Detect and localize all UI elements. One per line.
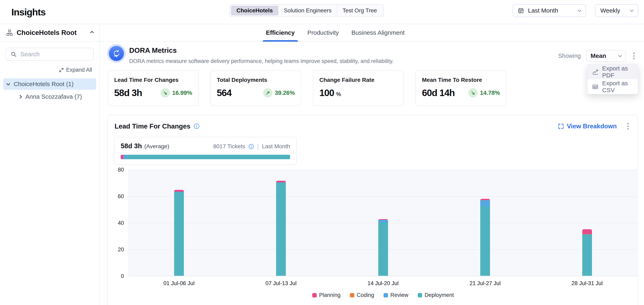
legend-label: Planning — [319, 292, 340, 298]
gridline — [128, 196, 638, 197]
org-tree: ChoiceHotels Root (1) Anna Scozzafava (7… — [0, 78, 99, 102]
export-csv-item[interactable]: Export as CSV — [588, 79, 638, 94]
search-input[interactable] — [20, 51, 89, 58]
sidebar-header[interactable]: ChoiceHotels Root — [0, 24, 99, 42]
kpi-card-mean-time-to-restore[interactable]: Mean Time To Restore 60d 14h ↘ 14.78% — [416, 70, 506, 106]
x-tick-label: 14 Jul-20 Jul — [368, 280, 398, 287]
tree-node-root[interactable]: ChoiceHotels Root (1) — [3, 78, 96, 90]
lead-time-chart: 020406080 01 Jul-06 Jul07 Jul-13 Jul14 J… — [108, 170, 638, 302]
section-title-row: Lead Time For Changes — [114, 122, 200, 130]
chevron-down-icon — [618, 53, 622, 57]
expand-all-icon — [59, 67, 64, 73]
section-kebab-menu-button[interactable] — [625, 121, 631, 131]
period-label: Last Month — [262, 143, 290, 150]
kpi-value: 58d 3h — [114, 87, 142, 98]
tab-productivity[interactable]: Productivity — [307, 24, 339, 41]
dora-kebab-menu-button[interactable] — [631, 51, 637, 61]
dora-header: DORA Metrics DORA metrics measure softwa… — [109, 45, 394, 64]
org-tab-solution-engineers[interactable]: Solution Engineers — [278, 6, 337, 15]
kpi-value: 100 — [319, 87, 334, 98]
x-tick-label: 01 Jul-06 Jul — [164, 280, 194, 287]
lead-time-section: Lead Time For Changes — [107, 115, 638, 305]
tree-node-child[interactable]: Anna Scozzafava (7) — [0, 91, 99, 102]
chart-plot-area — [128, 170, 638, 276]
export-pdf-item[interactable]: Export as PDF — [588, 64, 638, 79]
sidebar-search[interactable] — [6, 48, 94, 61]
trend-down-icon: ↘ — [160, 88, 170, 97]
org-tab-test-org-tree[interactable]: Test Org Tree — [337, 6, 382, 15]
granularity-value: Weekly — [600, 7, 626, 14]
legend-item-coding[interactable]: Coding — [350, 292, 374, 298]
trend-up-icon: ↗ — [263, 88, 272, 97]
x-axis: 01 Jul-06 Jul07 Jul-13 Jul14 Jul-20 Jul2… — [128, 280, 638, 288]
bar-segment-deployment — [582, 235, 592, 276]
phase-segment-planning — [121, 155, 123, 159]
kpi-value: 60d 14h — [422, 87, 455, 98]
x-tick-label: 21 Jul-27 Jul — [470, 280, 500, 287]
aggregation-select[interactable]: Mean — [586, 50, 626, 62]
tab-efficiency[interactable]: Efficiency — [266, 24, 295, 41]
chevron-right-icon[interactable] — [18, 95, 22, 98]
dora-title: DORA Metrics — [129, 46, 394, 54]
kpi-cards: Lead Time For Changes 58d 3h ↘ 16.99% To… — [108, 70, 506, 106]
legend-label: Review — [390, 292, 408, 298]
chevron-down-icon — [630, 8, 634, 12]
bar-segment-planning — [582, 229, 592, 234]
stacked-bar-3[interactable] — [378, 219, 388, 276]
search-icon — [10, 51, 17, 57]
kpi-card-lead-time[interactable]: Lead Time For Changes 58d 3h ↘ 16.99% — [108, 70, 199, 106]
info-icon[interactable] — [248, 144, 254, 149]
legend-swatch — [350, 293, 354, 298]
showing-label: Showing — [558, 53, 581, 59]
bar-segment-planning — [276, 181, 286, 182]
kpi-card-total-deployments[interactable]: Total Deployments 564 ↗ 39.26% — [210, 70, 301, 106]
granularity-select[interactable]: Weekly — [595, 4, 638, 17]
kpi-card-change-failure-rate[interactable]: Change Failure Rate 100 % — [313, 70, 404, 106]
stacked-bar-5[interactable] — [582, 229, 592, 276]
legend-label: Coding — [357, 292, 374, 298]
legend-label: Deployment — [424, 292, 454, 298]
collapse-chevron-icon[interactable] — [90, 31, 94, 34]
tab-business-alignment[interactable]: Business Alignment — [352, 24, 405, 41]
bar-segment-deployment — [276, 183, 286, 276]
stacked-bar-1[interactable] — [174, 190, 184, 276]
page-title: Insights — [12, 6, 46, 17]
bar-segment-deployment — [378, 222, 388, 276]
y-tick-label: 20 — [118, 247, 124, 253]
date-range-value: Last Month — [528, 7, 574, 14]
chevron-down-icon — [578, 8, 581, 12]
chart-legend: PlanningCodingReviewDeployment — [128, 292, 638, 298]
phase-segment-deployment — [126, 155, 290, 159]
showing-controls: Showing Mean — [558, 50, 637, 62]
trend-down-icon: ↘ — [468, 88, 478, 97]
legend-swatch — [312, 293, 317, 298]
chevron-down-icon[interactable] — [6, 82, 10, 85]
stacked-bar-2[interactable] — [276, 181, 286, 276]
view-tabs: Efficiency Productivity Business Alignme… — [100, 24, 644, 42]
org-tab-choicehotels[interactable]: ChoiceHotels — [231, 6, 278, 15]
info-icon[interactable] — [194, 123, 200, 129]
legend-swatch — [384, 293, 388, 298]
legend-item-review[interactable]: Review — [384, 292, 408, 298]
date-range-select[interactable]: Last Month — [512, 4, 586, 17]
sidebar-title: ChoiceHotels Root — [17, 29, 87, 36]
expand-all-button[interactable]: Expand All — [59, 67, 92, 73]
tickets-count: 8017 Tickets — [213, 143, 245, 150]
average-value: 58d 3h — [121, 142, 142, 150]
y-axis: 020406080 — [108, 170, 125, 276]
y-tick-label: 0 — [121, 273, 124, 280]
bar-segment-deployment — [480, 206, 490, 276]
y-tick-label: 80 — [118, 167, 124, 173]
legend-item-planning[interactable]: Planning — [312, 292, 340, 298]
bar-segment-review — [480, 200, 490, 206]
org-switcher: ChoiceHotels Solution Engineers Test Org… — [230, 4, 384, 17]
divider: | — [257, 143, 259, 150]
section-title: Lead Time For Changes — [114, 122, 190, 130]
bar-segment-deployment — [174, 192, 184, 276]
legend-item-deployment[interactable]: Deployment — [418, 292, 454, 298]
table-icon — [592, 83, 598, 90]
legend-swatch — [418, 293, 422, 298]
phase-distribution-bar — [121, 155, 290, 159]
view-breakdown-button[interactable]: View Breakdown — [558, 123, 617, 130]
stacked-bar-4[interactable] — [480, 199, 490, 276]
